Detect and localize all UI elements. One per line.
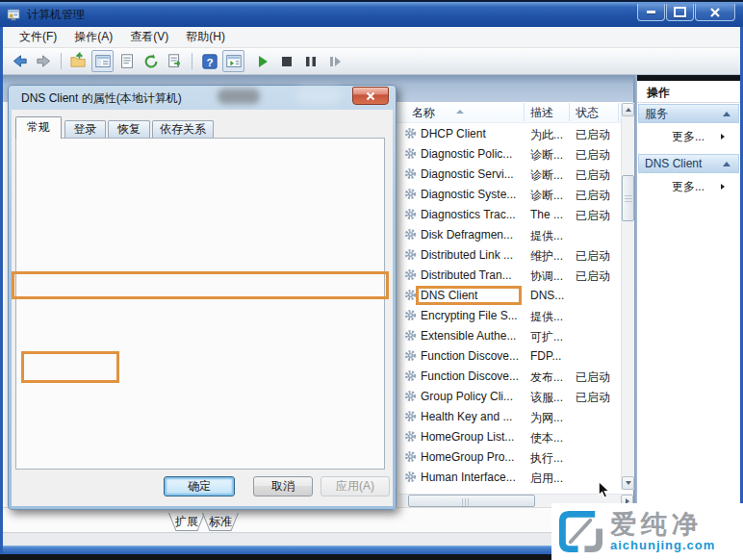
export-list-icon[interactable]: [164, 50, 186, 72]
service-desc: 执行...: [530, 450, 573, 467]
service-desc: 启用...: [530, 471, 573, 487]
service-gear-icon: [404, 430, 418, 444]
service-gear-icon: [404, 349, 418, 363]
help-icon[interactable]: ?: [198, 50, 220, 72]
forward-icon[interactable]: [33, 50, 55, 72]
service-desc: 提供...: [530, 309, 573, 325]
service-gear-icon: [404, 471, 418, 484]
menu-action[interactable]: 操作(A): [65, 27, 121, 47]
tab-page-general: [15, 138, 385, 470]
service-name: Diagnostic Polic...: [421, 147, 519, 161]
column-header-status[interactable]: 状态: [576, 105, 599, 121]
properties-icon[interactable]: [115, 50, 138, 72]
toolbar-separator: [192, 53, 192, 69]
pause-service-icon[interactable]: [299, 50, 321, 72]
menu-view[interactable]: 查看(V): [121, 27, 177, 47]
startup-type-highlight: [12, 271, 389, 299]
console-window-icon[interactable]: [91, 50, 114, 72]
dialog-close-button[interactable]: [352, 87, 389, 105]
actions-section-dnsclient-label: DNS Client: [645, 157, 702, 170]
service-name: Human Interface...: [421, 471, 519, 484]
tab-recovery[interactable]: 恢复: [108, 120, 150, 139]
column-header-name[interactable]: 名称: [412, 105, 435, 121]
show-action-pane-icon[interactable]: [222, 50, 244, 72]
vertical-scrollbar-thumb[interactable]: [622, 175, 634, 221]
service-gear-icon: [404, 167, 418, 181]
ok-button[interactable]: 确定: [164, 476, 235, 496]
vertical-scrollbar[interactable]: [621, 103, 634, 490]
tab-standard-label: 标准: [209, 515, 232, 528]
service-name: Diagnostics Trac...: [421, 208, 519, 221]
tab-general[interactable]: 常规: [15, 116, 62, 139]
service-desc: 诊断...: [530, 167, 573, 184]
service-desc: 诊断...: [530, 147, 573, 164]
submenu-arrow-icon: [721, 184, 725, 190]
menu-file[interactable]: 文件(F): [11, 27, 65, 47]
computer-management-window: 计算机管理 文件(F) 操作(A) 查看(V) 帮助(H) ?: [0, 0, 743, 560]
service-name: Health Key and ...: [421, 410, 519, 423]
actions-section-services[interactable]: 服务: [638, 104, 739, 123]
service-desc: 维护...: [530, 248, 573, 265]
titlebar-glass-streak: [218, 89, 260, 104]
service-desc: FDP...: [530, 349, 573, 363]
restart-service-icon[interactable]: [323, 50, 346, 72]
service-gear-icon: [404, 208, 418, 221]
service-name: Distributed Link ...: [421, 248, 519, 262]
scroll-down-button[interactable]: [622, 476, 634, 490]
close-icon: [710, 8, 720, 17]
menu-bar: 文件(F) 操作(A) 查看(V) 帮助(H): [3, 27, 740, 48]
service-gear-icon: [404, 289, 418, 302]
start-service-icon[interactable]: [251, 50, 273, 72]
close-window-button[interactable]: [695, 4, 735, 21]
scrollbar-grip: [625, 195, 632, 202]
scroll-up-button[interactable]: [622, 103, 634, 116]
service-status: 已启动: [576, 248, 618, 265]
tab-standard[interactable]: 标准: [202, 513, 239, 531]
tab-extended[interactable]: 扩展: [168, 513, 205, 531]
submenu-arrow-icon: [721, 134, 725, 140]
column-separator[interactable]: [569, 103, 570, 121]
maximize-button[interactable]: [666, 4, 694, 21]
watermark: 爱纯净 aichunjing.com: [551, 503, 743, 560]
window-title: 计算机管理: [27, 7, 85, 23]
actions-more-services[interactable]: 更多...: [637, 129, 738, 145]
service-name: Distributed Tran...: [421, 268, 519, 282]
service-name: Extensible Authe...: [421, 329, 519, 343]
scrollbar-grip: [462, 498, 469, 506]
actions-more-dnsclient[interactable]: 更多...: [637, 179, 738, 195]
service-status: 已启动: [576, 268, 618, 285]
service-desc: 使本...: [530, 430, 573, 446]
tab-dependencies[interactable]: 依存关系: [152, 120, 214, 139]
actions-pane-title: 操作: [647, 85, 670, 101]
service-desc: 提供...: [530, 228, 573, 244]
actions-section-dnsclient[interactable]: DNS Client: [638, 154, 739, 173]
service-name: Diagnostic Servi...: [421, 167, 519, 181]
menu-help[interactable]: 帮助(H): [177, 27, 234, 47]
tab-logon[interactable]: 登录: [64, 120, 106, 139]
back-icon[interactable]: [9, 50, 31, 72]
refresh-icon[interactable]: [140, 50, 162, 72]
arrow-up-icon: [626, 108, 631, 112]
divider: [637, 102, 740, 103]
apply-button[interactable]: 应用(A): [320, 476, 390, 496]
minimize-button[interactable]: [637, 4, 665, 21]
service-status: 已启动: [576, 167, 618, 184]
collapse-icon[interactable]: [723, 112, 730, 116]
column-separator[interactable]: [524, 103, 525, 121]
show-console-tree-icon[interactable]: [67, 50, 90, 72]
service-name: HomeGroup List...: [421, 430, 519, 444]
minimize-icon: [647, 11, 655, 13]
service-gear-icon: [404, 268, 418, 282]
service-name: Group Policy Cli...: [421, 390, 519, 403]
service-name: Diagnostic Syste...: [421, 188, 519, 201]
column-header-desc[interactable]: 描述: [530, 105, 553, 121]
collapse-icon[interactable]: [723, 162, 730, 166]
tab-extended-label: 扩展: [175, 515, 198, 528]
column-separator[interactable]: [618, 103, 619, 121]
cancel-button[interactable]: 取消: [253, 476, 313, 496]
mouse-cursor: [597, 481, 611, 501]
stop-service-icon[interactable]: [275, 50, 297, 72]
service-status: 已启动: [576, 147, 618, 164]
service-desc: 为此...: [530, 127, 573, 143]
horizontal-scrollbar-thumb[interactable]: [408, 495, 535, 507]
